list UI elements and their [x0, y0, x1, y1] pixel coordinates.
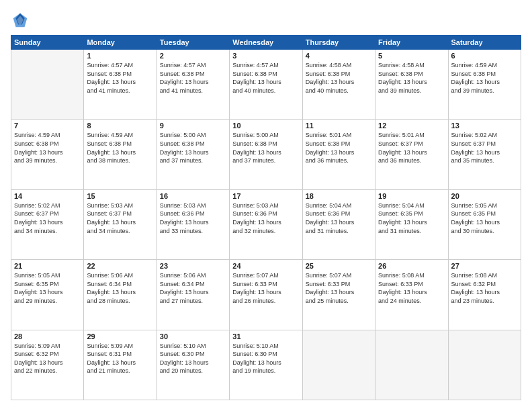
day-info: Sunrise: 5:09 AM Sunset: 6:31 PM Dayligh… — [87, 342, 153, 375]
day-info: Sunrise: 5:01 AM Sunset: 6:38 PM Dayligh… — [306, 131, 372, 165]
day-number: 1 — [87, 52, 153, 60]
day-number: 11 — [306, 122, 372, 130]
day-info: Sunrise: 5:06 AM Sunset: 6:34 PM Dayligh… — [160, 271, 226, 305]
day-info: Sunrise: 4:57 AM Sunset: 6:38 PM Dayligh… — [232, 61, 299, 95]
header — [11, 11, 521, 30]
day-number: 4 — [306, 52, 372, 60]
col-header-wednesday: Wednesday — [230, 36, 302, 50]
calendar-cell: 20Sunrise: 5:05 AM Sunset: 6:35 PM Dayli… — [448, 189, 521, 259]
calendar-cell: 26Sunrise: 5:08 AM Sunset: 6:33 PM Dayli… — [375, 260, 448, 330]
day-info: Sunrise: 4:59 AM Sunset: 6:38 PM Dayligh… — [451, 61, 518, 95]
calendar-week-row: 1Sunrise: 4:57 AM Sunset: 6:38 PM Daylig… — [11, 50, 521, 120]
day-number: 14 — [14, 192, 81, 200]
calendar-cell: 28Sunrise: 5:09 AM Sunset: 6:32 PM Dayli… — [11, 330, 84, 400]
day-number: 9 — [160, 122, 226, 130]
day-number: 24 — [232, 262, 299, 270]
day-number: 8 — [87, 122, 153, 130]
day-info: Sunrise: 5:04 AM Sunset: 6:36 PM Dayligh… — [306, 201, 372, 235]
calendar-cell: 22Sunrise: 5:06 AM Sunset: 6:34 PM Dayli… — [84, 260, 157, 330]
day-info: Sunrise: 5:06 AM Sunset: 6:34 PM Dayligh… — [87, 271, 153, 305]
day-number: 10 — [232, 122, 299, 130]
col-header-monday: Monday — [84, 36, 157, 50]
calendar-cell: 18Sunrise: 5:04 AM Sunset: 6:36 PM Dayli… — [302, 189, 375, 259]
day-number: 25 — [306, 262, 372, 270]
day-info: Sunrise: 4:59 AM Sunset: 6:38 PM Dayligh… — [14, 131, 81, 165]
day-info: Sunrise: 5:04 AM Sunset: 6:35 PM Dayligh… — [378, 201, 445, 235]
day-info: Sunrise: 5:08 AM Sunset: 6:32 PM Dayligh… — [451, 271, 518, 305]
calendar-week-row: 14Sunrise: 5:02 AM Sunset: 6:37 PM Dayli… — [11, 189, 521, 259]
day-info: Sunrise: 5:09 AM Sunset: 6:32 PM Dayligh… — [14, 342, 81, 375]
day-number: 19 — [378, 192, 445, 200]
calendar-cell: 17Sunrise: 5:03 AM Sunset: 6:36 PM Dayli… — [230, 189, 302, 259]
day-number: 16 — [160, 192, 226, 200]
day-number: 13 — [451, 122, 518, 130]
calendar-cell: 7Sunrise: 4:59 AM Sunset: 6:38 PM Daylig… — [11, 120, 84, 189]
col-header-tuesday: Tuesday — [157, 36, 229, 50]
day-number: 22 — [87, 262, 153, 270]
page: SundayMondayTuesdayWednesdayThursdayFrid… — [0, 0, 532, 411]
calendar-cell: 21Sunrise: 5:05 AM Sunset: 6:35 PM Dayli… — [11, 260, 84, 330]
calendar-cell: 4Sunrise: 4:58 AM Sunset: 6:38 PM Daylig… — [302, 50, 375, 120]
calendar-table: SundayMondayTuesdayWednesdayThursdayFrid… — [11, 35, 521, 400]
day-number: 5 — [378, 52, 445, 60]
day-number: 21 — [14, 262, 81, 270]
day-number: 7 — [14, 122, 81, 130]
calendar-cell: 25Sunrise: 5:07 AM Sunset: 6:33 PM Dayli… — [302, 260, 375, 330]
day-info: Sunrise: 5:00 AM Sunset: 6:38 PM Dayligh… — [232, 131, 299, 165]
day-number: 6 — [451, 52, 518, 60]
calendar-cell: 12Sunrise: 5:01 AM Sunset: 6:37 PM Dayli… — [375, 120, 448, 189]
calendar-cell: 30Sunrise: 5:10 AM Sunset: 6:30 PM Dayli… — [157, 330, 229, 400]
day-info: Sunrise: 5:02 AM Sunset: 6:37 PM Dayligh… — [14, 201, 81, 235]
calendar-cell: 24Sunrise: 5:07 AM Sunset: 6:33 PM Dayli… — [230, 260, 302, 330]
calendar-cell — [448, 330, 521, 400]
day-info: Sunrise: 5:03 AM Sunset: 6:36 PM Dayligh… — [160, 201, 226, 235]
calendar-cell: 13Sunrise: 5:02 AM Sunset: 6:37 PM Dayli… — [448, 120, 521, 189]
calendar-cell: 3Sunrise: 4:57 AM Sunset: 6:38 PM Daylig… — [230, 50, 302, 120]
day-info: Sunrise: 4:57 AM Sunset: 6:38 PM Dayligh… — [160, 61, 226, 95]
calendar-cell: 31Sunrise: 5:10 AM Sunset: 6:30 PM Dayli… — [230, 330, 302, 400]
calendar-cell: 6Sunrise: 4:59 AM Sunset: 6:38 PM Daylig… — [448, 50, 521, 120]
logo — [11, 11, 32, 30]
day-number: 15 — [87, 192, 153, 200]
calendar-cell — [375, 330, 448, 400]
day-info: Sunrise: 5:08 AM Sunset: 6:33 PM Dayligh… — [378, 271, 445, 305]
calendar-cell: 11Sunrise: 5:01 AM Sunset: 6:38 PM Dayli… — [302, 120, 375, 189]
calendar-cell: 9Sunrise: 5:00 AM Sunset: 6:38 PM Daylig… — [157, 120, 229, 189]
calendar-cell: 2Sunrise: 4:57 AM Sunset: 6:38 PM Daylig… — [157, 50, 229, 120]
calendar-cell: 1Sunrise: 4:57 AM Sunset: 6:38 PM Daylig… — [84, 50, 157, 120]
day-number: 20 — [451, 192, 518, 200]
day-number: 3 — [232, 52, 299, 60]
calendar-cell: 16Sunrise: 5:03 AM Sunset: 6:36 PM Dayli… — [157, 189, 229, 259]
day-number: 23 — [160, 262, 226, 270]
day-number: 18 — [306, 192, 372, 200]
col-header-friday: Friday — [375, 36, 448, 50]
calendar-week-row: 28Sunrise: 5:09 AM Sunset: 6:32 PM Dayli… — [11, 330, 521, 400]
col-header-thursday: Thursday — [302, 36, 375, 50]
day-number: 2 — [160, 52, 226, 60]
logo-icon — [11, 11, 30, 30]
calendar-cell: 27Sunrise: 5:08 AM Sunset: 6:32 PM Dayli… — [448, 260, 521, 330]
day-info: Sunrise: 5:02 AM Sunset: 6:37 PM Dayligh… — [451, 131, 518, 165]
day-number: 28 — [14, 332, 81, 340]
day-info: Sunrise: 5:05 AM Sunset: 6:35 PM Dayligh… — [14, 271, 81, 305]
day-number: 17 — [232, 192, 299, 200]
calendar-cell: 15Sunrise: 5:03 AM Sunset: 6:37 PM Dayli… — [84, 189, 157, 259]
calendar-header-row: SundayMondayTuesdayWednesdayThursdayFrid… — [11, 36, 521, 50]
calendar-week-row: 7Sunrise: 4:59 AM Sunset: 6:38 PM Daylig… — [11, 120, 521, 189]
calendar-cell: 19Sunrise: 5:04 AM Sunset: 6:35 PM Dayli… — [375, 189, 448, 259]
col-header-saturday: Saturday — [448, 36, 521, 50]
day-info: Sunrise: 5:10 AM Sunset: 6:30 PM Dayligh… — [160, 342, 226, 375]
calendar-cell: 10Sunrise: 5:00 AM Sunset: 6:38 PM Dayli… — [230, 120, 302, 189]
day-info: Sunrise: 5:10 AM Sunset: 6:30 PM Dayligh… — [232, 342, 299, 375]
calendar-cell: 5Sunrise: 4:58 AM Sunset: 6:38 PM Daylig… — [375, 50, 448, 120]
calendar-cell: 8Sunrise: 4:59 AM Sunset: 6:38 PM Daylig… — [84, 120, 157, 189]
day-info: Sunrise: 5:07 AM Sunset: 6:33 PM Dayligh… — [306, 271, 372, 305]
calendar-cell: 29Sunrise: 5:09 AM Sunset: 6:31 PM Dayli… — [84, 330, 157, 400]
day-info: Sunrise: 4:57 AM Sunset: 6:38 PM Dayligh… — [87, 61, 153, 95]
day-info: Sunrise: 5:03 AM Sunset: 6:36 PM Dayligh… — [232, 201, 299, 235]
day-number: 12 — [378, 122, 445, 130]
day-info: Sunrise: 5:07 AM Sunset: 6:33 PM Dayligh… — [232, 271, 299, 305]
day-info: Sunrise: 5:03 AM Sunset: 6:37 PM Dayligh… — [87, 201, 153, 235]
col-header-sunday: Sunday — [11, 36, 84, 50]
day-number: 27 — [451, 262, 518, 270]
